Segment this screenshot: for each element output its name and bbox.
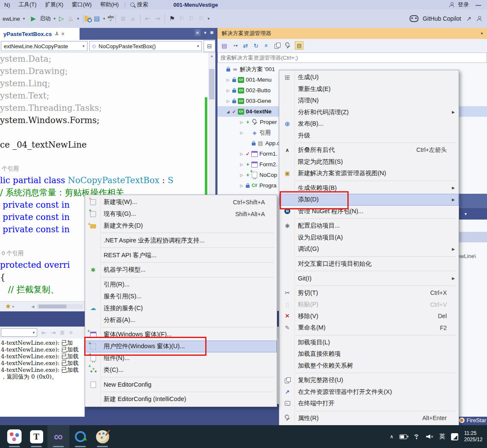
menu-item-service-reference[interactable]: 服务引用(S)... (85, 291, 277, 302)
promote-tab-icon[interactable]: « (195, 29, 201, 36)
chevron-down-icon[interactable]: ▾ (77, 16, 79, 21)
taskbar-app-chat-app[interactable] (69, 425, 91, 448)
menu-item-build[interactable]: ⊞生成(U) (279, 71, 459, 83)
show-all-files-icon[interactable]: ▤ (295, 41, 303, 49)
ime-language-indicator[interactable]: 英 (439, 433, 445, 440)
solution-explorer-search-input[interactable]: 搜索解决方案资源管理器(Ctrl+;) (217, 52, 487, 63)
expander-icon[interactable]: ▷ (225, 88, 231, 93)
scroll-left-icon[interactable]: ◀ (31, 304, 34, 309)
expander-icon[interactable]: ▷ (239, 173, 245, 177)
scrollbar-thumb[interactable] (39, 305, 66, 308)
sync-with-active-document-icon[interactable]: ⇄ (242, 42, 249, 49)
menu-item-paste[interactable]: ▯粘贴(P)Ctrl+V (279, 299, 459, 311)
menu-item-new-item[interactable]: 新建项(W)...Ctrl+Shift+A (85, 196, 277, 208)
previous-bookmark-icon[interactable]: ⚐ (179, 15, 185, 22)
menubar-item-4[interactable]: 帮助(H) (96, 1, 123, 8)
menu-item-add[interactable]: 添加(D)▶ (279, 194, 459, 206)
scrollbar-thumb[interactable] (209, 69, 215, 99)
taskbar-app-visual-studio[interactable]: ∞ (47, 425, 69, 448)
uncomment-lines-icon[interactable]: ⇥ (154, 15, 161, 22)
menu-item-git[interactable]: Git(I)▶ (279, 272, 459, 284)
menu-item-new-editorconfig[interactable]: New EditorConfig (85, 379, 277, 390)
menubar-item-3[interactable]: 窗口(W) (68, 1, 96, 8)
navigate-forward-icon[interactable]: ≡ (129, 15, 136, 22)
start-debugging-button[interactable]: ▶ 启动 ▾ (28, 15, 58, 22)
scroll-up-icon[interactable]: ▲ (208, 53, 215, 58)
toolbar-overflow-icon[interactable]: ▾ (208, 16, 210, 21)
comment-lines-icon[interactable]: ⇤ (144, 15, 151, 22)
menubar-item-1[interactable]: 工具(T) (14, 1, 41, 8)
copilot-share-icon[interactable]: ↗ (465, 15, 472, 22)
taskbar-app-colorful-app[interactable] (3, 425, 25, 448)
menu-item-collapse-all-descendants[interactable]: ∧折叠所有后代Ctrl+左箭头 (279, 144, 459, 156)
next-bookmark-icon[interactable]: ⚐ (188, 15, 195, 22)
menu-item-debug[interactable]: 调试(G)▶ (279, 243, 459, 255)
chevron-down-icon[interactable]: ▾ (481, 31, 483, 36)
menu-item-new-folder[interactable]: 新建文件夹(D) (85, 220, 277, 232)
menubar-item-0[interactable]: N) (0, 2, 14, 8)
expander-icon[interactable]: ▷ (225, 78, 231, 82)
expander-icon[interactable]: ◢ (225, 110, 231, 114)
start-without-debugging-icon[interactable]: ▷ (58, 15, 65, 22)
menu-item-class[interactable]: 类(C)... (85, 364, 277, 376)
menu-item-initialize-project-in-interactive-window[interactable]: 对交互窗口进行项目初始化 (279, 258, 459, 270)
refresh-icon[interactable]: ↻ (253, 42, 259, 49)
pin-icon[interactable] (55, 32, 59, 36)
tab-list-dropdown-icon[interactable]: ▾ (204, 30, 206, 36)
toggle-bookmark-icon[interactable]: ⚑ (169, 15, 176, 22)
menu-item-unload-project[interactable]: 卸载项目(L) (279, 337, 459, 349)
menu-item-manage-nuget-packages[interactable]: N管理 NuGet 程序包(N)... (279, 206, 459, 217)
battery-icon[interactable] (399, 434, 407, 439)
menu-item-new-editorconfig-intellicode[interactable]: 新建 EditorConfig (IntelliCode) (85, 393, 277, 405)
menu-item-existing-item[interactable]: 现有项(G)...Shift+Alt+A (85, 208, 277, 220)
menu-item-reference[interactable]: 引用(R)... (85, 279, 277, 291)
collapse-all-icon[interactable]: « (263, 42, 270, 49)
menu-item-rebuild[interactable]: 重新生成(E) (279, 83, 459, 95)
copilot-badge-icon[interactable] (476, 16, 482, 21)
expander-icon[interactable]: ▷ (239, 184, 245, 188)
chevron-down-icon[interactable]: ▾ (103, 16, 105, 21)
menu-item-component[interactable]: 组件(N)... (85, 352, 277, 364)
spell-check-icon[interactable]: abc✓ (107, 15, 114, 22)
bookmark-window-icon[interactable]: ⚐ (198, 15, 205, 22)
firestar-widget[interactable]: FireStar (459, 417, 486, 423)
taskbar-app-typora[interactable]: T (25, 425, 47, 448)
menu-item-machine-learning-model[interactable]: ✱机器学习模型... (85, 264, 277, 276)
member-dropdown[interactable]: ◇ NoCopyPasteTextBox() ▾ (89, 41, 202, 51)
startup-project-combo[interactable]: ewLine (3, 16, 20, 22)
expander-icon[interactable]: ▷ (239, 152, 245, 156)
editor-options-gear-icon[interactable]: ✱ (210, 30, 214, 36)
type-dropdown[interactable]: extNewLine.NoCopyPaste ▾ (1, 41, 88, 51)
menu-item-load-direct-dependencies[interactable]: 加载直接依赖项 (279, 348, 459, 360)
menu-item-clean[interactable]: 清理(N) (279, 95, 459, 107)
find-in-files-icon[interactable] (85, 17, 91, 22)
switch-views-icon[interactable]: ▤ (221, 42, 228, 49)
navigate-backward-icon[interactable]: ≣ (120, 15, 127, 22)
clear-all-output-icon[interactable]: ≣ (60, 329, 65, 336)
menu-item-analyze-and-code-cleanup[interactable]: 分析和代码清理(Z)▶ (279, 107, 459, 118)
wrench-icon[interactable] (284, 42, 291, 49)
volume-muted-icon[interactable]: × (426, 434, 433, 439)
editor-tab-active[interactable]: yPasteTextBox.cs × (0, 28, 80, 40)
menu-item-open-in-terminal[interactable]: >_在终端中打开 (279, 398, 459, 410)
word-wrap-icon[interactable]: ≡ (69, 329, 72, 336)
menu-item-windows-form[interactable]: 窗体(Windows 窗体)(F)... (85, 329, 277, 341)
menu-item-remove[interactable]: ×移除(V)Del (279, 311, 459, 322)
tray-app-icon[interactable] (451, 433, 458, 440)
menu-item-rename[interactable]: ✎重命名(M)F2 (279, 322, 459, 334)
taskbar-clock[interactable]: 11:25 2025/12 (464, 430, 487, 443)
menu-item-load-entire-dependency-tree[interactable]: 加载整个依赖关系树 (279, 360, 459, 372)
pending-changes-filter-icon[interactable]: ◔▾ (231, 42, 238, 49)
expander-icon[interactable]: ▷ (239, 131, 245, 135)
menu-item-analyzer[interactable]: 分析器(A)... (85, 314, 277, 326)
chevron-down-icon[interactable]: ▾ (12, 305, 14, 309)
taskbar-app-paint-app[interactable] (91, 425, 113, 448)
menu-item-cut[interactable]: ✂剪切(T)Ctrl+X (279, 287, 459, 299)
expander-icon[interactable]: ▷ (225, 99, 231, 103)
menu-item-configure-startup-projects[interactable]: ✱配置启动项目... (279, 220, 459, 232)
menu-item-open-folder-in-file-explorer[interactable]: ↗在文件资源管理器中打开文件夹(X) (279, 386, 459, 398)
menu-item-connected-service[interactable]: ☁连接的服务(C) (85, 302, 277, 314)
wifi-icon[interactable] (413, 434, 420, 440)
menu-item-user-control-windows-forms[interactable]: 用户控件(Windows 窗体)(U)... (85, 341, 277, 352)
close-icon[interactable]: × (61, 31, 65, 37)
